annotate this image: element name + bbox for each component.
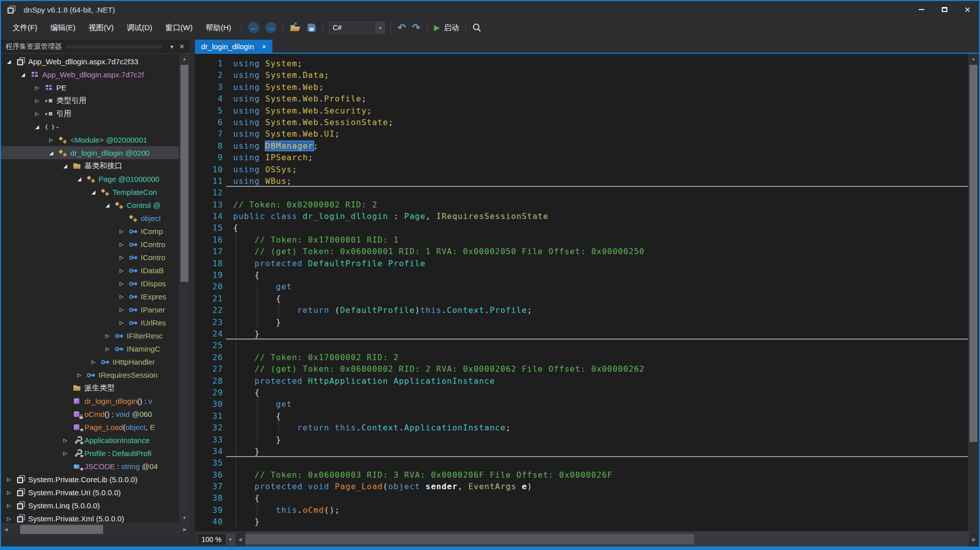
expander-collapsed-icon[interactable]: ▷ [120,242,129,247]
drag-grip[interactable] [67,45,162,49]
expander-collapsed-icon[interactable]: ▷ [106,346,115,352]
expander-collapsed-icon[interactable]: ▷ [63,451,73,456]
tree-row[interactable]: ▷IParser [1,303,179,316]
save-all-button[interactable] [304,23,319,32]
expander-collapsed-icon[interactable]: ▷ [7,503,17,508]
tree-row[interactable]: ▷System.Private.Xml (5.0.0.0) [1,512,179,523]
expander-expanded-icon[interactable]: ◢ [7,59,17,64]
expander-collapsed-icon[interactable]: ▷ [120,229,129,234]
code-hscroll-track[interactable] [245,532,969,546]
tree-row[interactable]: ▷IExpres [1,290,179,303]
tree-row[interactable]: *Page_Load(object, E [1,420,179,433]
tree-row[interactable]: ▷System.Private.Uri (5.0.0.0) [1,486,179,499]
expander-collapsed-icon[interactable]: ▷ [77,372,87,378]
scroll-up-icon[interactable]: ▲ [179,54,190,64]
tree-row[interactable]: ▷IContro [1,251,179,264]
tree-row[interactable]: ◢dr_login_dllogin @0200 [1,146,179,159]
tab-close-icon[interactable]: × [262,42,266,51]
tree-hscroll-thumb[interactable] [20,525,103,534]
menu-view[interactable]: 视图(V) [82,23,120,33]
panel-splitter[interactable] [190,40,195,546]
tree-row[interactable]: ▷IDispos [1,277,179,290]
tree-row[interactable]: ▷IRequiresSession [1,368,179,381]
tree-row[interactable]: ◢Control @ [1,198,179,211]
chevron-down-icon[interactable]: ▾ [226,534,235,545]
scroll-up-icon[interactable]: ▲ [968,54,979,64]
expander-collapsed-icon[interactable]: ▷ [120,320,129,325]
close-button[interactable]: × [956,1,979,18]
expander-collapsed-icon[interactable]: ▷ [49,137,59,143]
expander-collapsed-icon[interactable]: ▷ [120,281,129,286]
tree-row[interactable]: ▷类型引用 [1,94,179,107]
open-file-button[interactable]: ↗ [287,23,304,32]
scroll-left-icon[interactable]: ◀ [235,533,245,546]
code-vertical-scrollbar[interactable]: ▲ [968,54,979,531]
expander-collapsed-icon[interactable]: ▷ [7,477,17,482]
tree-row[interactable]: ▷引用 [1,107,179,120]
menu-help[interactable]: 帮助(H) [199,23,238,33]
menu-window[interactable]: 窗口(W) [159,23,199,33]
tree-row[interactable]: ▷*ApplicationInstance [1,433,179,447]
tree-row[interactable]: oCmd() : void @060 [1,407,179,420]
menu-edit[interactable]: 编辑(E) [44,23,82,33]
tree-row[interactable]: ◢Page @01000000 [1,172,179,185]
expander-collapsed-icon[interactable]: ▷ [91,359,101,365]
expander-expanded-icon[interactable]: ◢ [21,72,31,77]
tree-row[interactable]: ◢App_Web_dllogin.aspx.7d7c2f [1,68,179,81]
search-button[interactable] [469,23,484,32]
maximize-button[interactable] [933,1,956,18]
tree-row[interactable]: ▷IContro [1,238,179,251]
expander-collapsed-icon[interactable]: ▷ [7,516,17,521]
expander-collapsed-icon[interactable]: ▷ [120,294,129,299]
tree-row[interactable]: ▷System.Linq (5.0.0.0) [1,499,179,512]
tree-row[interactable]: ◢基类和接口 [1,159,179,172]
code-hscroll-thumb[interactable] [245,534,694,544]
expander-expanded-icon[interactable]: ◢ [49,150,59,156]
tree-row[interactable]: ▷INamingC [1,342,179,355]
expander-collapsed-icon[interactable]: ▷ [120,255,129,260]
navigate-back-button[interactable]: ← [245,22,262,33]
minimize-button[interactable] [910,1,933,18]
expander-collapsed-icon[interactable]: ▷ [63,437,73,443]
menu-debug[interactable]: 调试(D) [120,23,159,33]
navigate-forward-button[interactable]: → [262,22,279,33]
scroll-left-icon[interactable]: ◀ [1,523,11,536]
start-debug-button[interactable]: ▶ 启动 [431,23,462,33]
tree-row[interactable]: 派生类型 [1,381,179,394]
tree-hscroll-track[interactable] [11,523,180,536]
tree-row[interactable]: ▷PE [1,81,179,94]
expander-expanded-icon[interactable]: ◢ [106,202,115,208]
expander-collapsed-icon[interactable]: ▷ [106,333,115,339]
tree-row[interactable]: *JSCODE : string @04 [1,460,179,473]
redo-button[interactable]: ↷ [409,23,424,33]
scroll-right-icon[interactable]: ▶ [969,533,979,546]
tree-row[interactable]: object [1,211,179,225]
tree-row[interactable]: dr_login_dllogin() : v [1,394,179,407]
tree-row[interactable]: ▷IDataB [1,264,179,277]
menu-file[interactable]: 文件(F) [6,23,44,33]
tree-row[interactable]: ▷<Module> @02000001 [1,133,179,146]
tree-row[interactable]: ▷IUrlRes [1,316,179,329]
expander-collapsed-icon[interactable]: ▷ [35,111,45,117]
expander-expanded-icon[interactable]: ◢ [63,163,73,169]
tab-dr-login-dllogin[interactable]: dr_login_dllogin × [195,40,272,53]
panel-close-button[interactable]: × [177,42,187,51]
tree-row[interactable]: ▷IFilterResc [1,329,179,342]
expander-collapsed-icon[interactable]: ▷ [35,85,45,90]
zoom-level-combobox[interactable]: 100 % ▾ [197,533,235,545]
undo-button[interactable]: ↶ [395,23,409,33]
tree-vscroll-thumb[interactable] [180,65,188,282]
tree-row[interactable]: ▷IHttpHandler [1,355,179,368]
expander-collapsed-icon[interactable]: ▷ [120,268,129,273]
expander-collapsed-icon[interactable]: ▷ [35,98,45,103]
tree-horizontal-scrollbar[interactable]: ◀ ▶ [1,523,190,536]
chevron-down-icon[interactable]: ▾ [375,22,384,33]
panel-menu-button[interactable]: ▾ [167,43,177,50]
expander-expanded-icon[interactable]: ◢ [91,189,101,195]
code-vscroll-thumb[interactable] [969,65,977,442]
tree-vertical-scrollbar[interactable]: ▲ ▼ [179,54,190,523]
tree-row[interactable]: ▷*Profile : DefaultProfi [1,447,179,460]
expander-collapsed-icon[interactable]: ▷ [7,490,17,495]
tree-row[interactable]: ▷System.Private.CoreLib (5.0.0.0) [1,473,179,486]
scroll-right-icon[interactable]: ▶ [180,523,190,536]
